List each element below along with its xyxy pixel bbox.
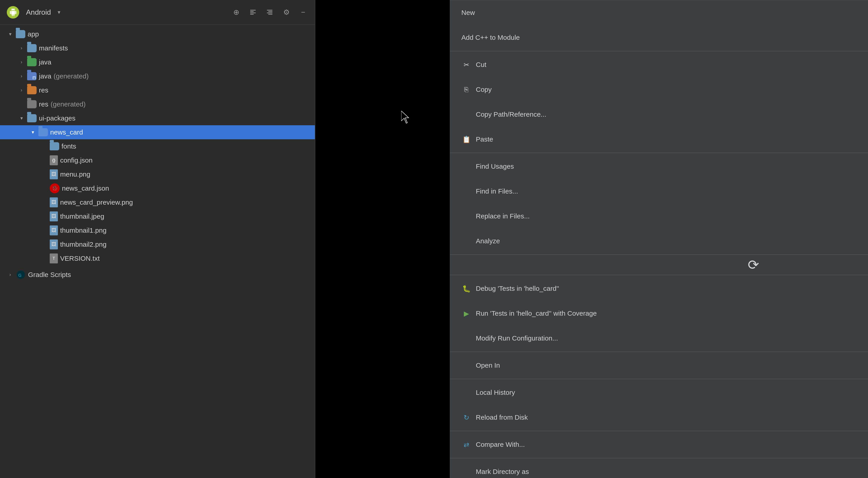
tree-item-fonts[interactable]: fonts bbox=[0, 139, 315, 153]
menu-item-cut[interactable]: ✂ Cut ⌘X bbox=[450, 52, 868, 77]
menu-item-analyze[interactable]: Analyze › bbox=[450, 229, 868, 253]
toolbar: Android ▾ ⊕ ⚙ − bbox=[0, 0, 315, 25]
tree-item-thumbnail1-png[interactable]: 🖼 thumbnail1.png bbox=[0, 223, 315, 237]
tree-item-ui-packages[interactable]: ▾ ui-packages bbox=[0, 111, 315, 125]
separator-8 bbox=[450, 458, 868, 458]
spinner-area: ⟳ bbox=[450, 256, 868, 274]
paste-icon: 📋 bbox=[461, 134, 471, 144]
collapse-icon[interactable] bbox=[248, 7, 258, 17]
tree-item-news-card-preview[interactable]: 🖼 news_card_preview.png bbox=[0, 196, 315, 209]
menu-item-paste-label: Paste bbox=[476, 136, 868, 143]
menu-item-open-in-label: Open In bbox=[476, 362, 868, 369]
menu-item-compare-with-label: Compare With... bbox=[476, 441, 868, 448]
menu-item-mark-directory[interactable]: Mark Directory as › bbox=[450, 459, 868, 478]
tree-item-java-generated[interactable]: › g java (generated) bbox=[0, 69, 315, 83]
tree-item-app-label: app bbox=[28, 30, 39, 38]
menu-item-copy[interactable]: ⎘ Copy ⌘C bbox=[450, 77, 868, 102]
file-icon-thumbnail2-png: 🖼 bbox=[50, 239, 58, 249]
tree-item-java-gen-label: java bbox=[39, 72, 51, 80]
menu-item-paste[interactable]: 📋 Paste ⌘V bbox=[450, 127, 868, 152]
menu-item-copy-path-label: Copy Path/Reference... bbox=[476, 111, 868, 118]
chevron-down-icon: ▾ bbox=[18, 115, 25, 121]
file-icon-thumbnail-jpeg: 🖼 bbox=[50, 211, 58, 221]
tree-item-config-json[interactable]: {} config.json bbox=[0, 153, 315, 167]
separator-1 bbox=[450, 51, 868, 51]
file-icon-version-txt: T bbox=[50, 253, 58, 263]
tree-item-ui-packages-label: ui-packages bbox=[39, 114, 75, 122]
menu-item-new[interactable]: New › bbox=[450, 0, 868, 25]
tree-item-fonts-label: fonts bbox=[61, 143, 76, 150]
tree-item-res-generated[interactable]: res (generated) bbox=[0, 97, 315, 111]
tree-item-news-card-json[interactable]: 🐞 news_card.json bbox=[0, 181, 315, 196]
tree-item-manifests-label: manifests bbox=[39, 44, 68, 52]
menu-item-debug[interactable]: 🐛 Debug 'Tests in 'hello_card'' ⌃⇧F9 bbox=[450, 276, 868, 301]
minimize-icon[interactable]: − bbox=[298, 7, 308, 17]
menu-item-reload-disk[interactable]: ↻ Reload from Disk bbox=[450, 405, 868, 430]
menu-item-analyze-label: Analyze bbox=[476, 237, 868, 245]
tree-item-thumbnail2-png-label: thumbnail2.png bbox=[60, 241, 106, 248]
tree-item-news-card-json-label: news_card.json bbox=[62, 184, 109, 192]
tree-item-version-txt-label: VERSION.txt bbox=[60, 255, 100, 262]
menu-item-cut-label: Cut bbox=[476, 61, 868, 68]
copy-icon: ⎘ bbox=[461, 85, 471, 94]
tree-item-java-label: java bbox=[39, 58, 51, 66]
folder-icon-news-card bbox=[38, 128, 48, 136]
folder-icon-res-gen bbox=[27, 100, 37, 108]
tree-item-res-gen-label: res bbox=[39, 100, 49, 108]
menu-item-find-in-files[interactable]: Find in Files... ⌃⇧F bbox=[450, 179, 868, 204]
tree-item-thumbnail-jpeg[interactable]: 🖼 thumbnail.jpeg bbox=[0, 209, 315, 223]
tree-item-java-gen-suffix: (generated) bbox=[54, 72, 89, 80]
loading-spinner: ⟳ bbox=[748, 257, 759, 273]
tree-item-news-card-preview-label: news_card_preview.png bbox=[60, 199, 133, 206]
expand-icon[interactable] bbox=[265, 7, 275, 17]
menu-item-modify-run-label: Modify Run Configuration... bbox=[476, 334, 868, 342]
tree-item-version-txt[interactable]: T VERSION.txt bbox=[0, 251, 315, 265]
settings-icon[interactable]: ⚙ bbox=[281, 7, 291, 17]
chevron-down-icon: ▾ bbox=[29, 129, 36, 135]
chevron-right-icon: › bbox=[7, 272, 13, 278]
tree-item-java[interactable]: › java bbox=[0, 55, 315, 69]
menu-item-debug-label: Debug 'Tests in 'hello_card'' bbox=[476, 285, 868, 292]
compare-icon: ⇄ bbox=[461, 440, 471, 449]
chevron-down-icon: ▾ bbox=[7, 31, 13, 37]
tree-item-thumbnail1-png-label: thumbnail1.png bbox=[60, 227, 106, 234]
menu-item-replace-in-files[interactable]: Replace in Files... ⌃⇧R bbox=[450, 204, 868, 229]
file-icon-menu-png: 🖼 bbox=[50, 169, 58, 179]
tree-item-thumbnail2-png[interactable]: 🖼 thumbnail2.png bbox=[0, 237, 315, 251]
menu-item-run-coverage[interactable]: ▶ Run 'Tests in 'hello_card'' with Cover… bbox=[450, 301, 868, 326]
file-tree-panel: Android ▾ ⊕ ⚙ − ▾ app › bbox=[0, 0, 315, 478]
tree-item-gradle-scripts[interactable]: › G Gradle Scripts bbox=[0, 268, 315, 282]
tree-item-thumbnail-jpeg-label: thumbnail.jpeg bbox=[60, 213, 104, 220]
menu-item-compare-with[interactable]: ⇄ Compare With... ⌘D bbox=[450, 432, 868, 457]
menu-item-local-history[interactable]: Local History › bbox=[450, 380, 868, 405]
menu-item-local-history-label: Local History bbox=[476, 389, 868, 396]
menu-item-replace-in-files-label: Replace in Files... bbox=[476, 212, 868, 220]
menu-item-modify-run[interactable]: Modify Run Configuration... bbox=[450, 326, 868, 351]
menu-item-new-label: New bbox=[461, 9, 868, 17]
tree-item-news-card[interactable]: ▾ news_card bbox=[0, 125, 315, 139]
separator-4 bbox=[450, 275, 868, 275]
run-coverage-icon: ▶ bbox=[461, 308, 471, 318]
tree-item-res[interactable]: › res bbox=[0, 83, 315, 97]
tree-item-manifests[interactable]: › manifests bbox=[0, 41, 315, 55]
menu-item-copy-path[interactable]: Copy Path/Reference... bbox=[450, 102, 868, 127]
separator-5 bbox=[450, 352, 868, 352]
svg-marker-2 bbox=[401, 111, 409, 123]
tree-item-res-label: res bbox=[39, 86, 49, 94]
file-icon-config: {} bbox=[50, 155, 58, 165]
menu-item-add-cpp[interactable]: Add C++ to Module bbox=[450, 25, 868, 50]
separator-3 bbox=[450, 255, 868, 255]
menu-item-open-in[interactable]: Open In › bbox=[450, 353, 868, 378]
menu-item-find-usages[interactable]: Find Usages ⌥F7 bbox=[450, 154, 868, 179]
tree-item-config-json-label: config.json bbox=[60, 156, 92, 164]
separator-6 bbox=[450, 379, 868, 379]
tree-item-menu-png[interactable]: 🖼 menu.png bbox=[0, 167, 315, 181]
tree-item-app[interactable]: ▾ app bbox=[0, 27, 315, 41]
toolbar-chevron-icon[interactable]: ▾ bbox=[58, 9, 60, 16]
sync-icon[interactable]: ⊕ bbox=[231, 7, 241, 17]
android-logo bbox=[7, 6, 19, 19]
menu-item-add-cpp-label: Add C++ to Module bbox=[461, 34, 868, 41]
menu-item-mark-directory-label: Mark Directory as bbox=[476, 468, 868, 476]
gradle-icon: G bbox=[16, 270, 26, 280]
chevron-right-icon: › bbox=[18, 73, 25, 79]
